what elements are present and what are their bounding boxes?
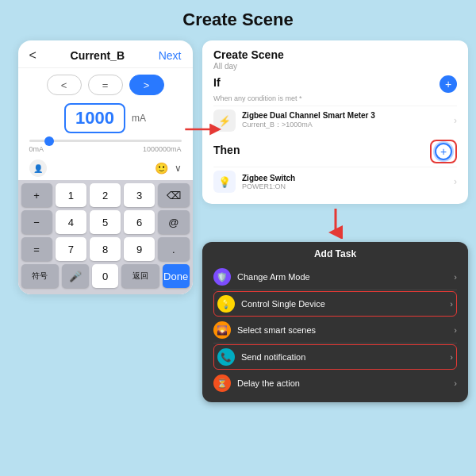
- task-item[interactable]: ⏳Delay the action›: [213, 370, 457, 396]
- kb-5[interactable]: 5: [90, 210, 121, 234]
- icon-group: 🙂 ∨: [155, 162, 182, 175]
- phone-card: < Current_B Next < = > 1000 mA: [18, 40, 193, 294]
- then-plus-highlight: +: [430, 140, 457, 163]
- phone-panel: < Current_B Next < = > 1000 mA: [8, 36, 202, 473]
- if-section: If +: [213, 75, 457, 93]
- task-label: Select smart scenes: [237, 325, 447, 335]
- kb-8[interactable]: 8: [90, 237, 121, 261]
- add-task-title: Add Task: [213, 248, 457, 259]
- if-plus-button[interactable]: +: [440, 75, 457, 93]
- task-icon: 📞: [217, 348, 235, 366]
- if-device-sub: Current_B：>1000mA: [242, 120, 447, 130]
- then-section: Then +: [213, 140, 457, 163]
- kb-6[interactable]: 6: [124, 210, 155, 234]
- value-box: 1000: [64, 103, 125, 133]
- kb-0[interactable]: 0: [92, 264, 119, 288]
- phone-title: Current_B: [71, 49, 125, 62]
- user-icon[interactable]: 👤: [29, 159, 47, 177]
- if-device-name: Zigbee Dual Channel Smart Meter 3: [242, 111, 447, 120]
- task-chevron-icon: ›: [450, 299, 453, 309]
- page-title: Create Scene: [0, 0, 476, 36]
- slider-track: [29, 140, 182, 142]
- scene-card-subtitle: All day: [213, 62, 457, 71]
- kb-row-2: − 4 5 6 @: [21, 210, 190, 234]
- right-panel: Create Scene All day If + When any condi…: [202, 36, 468, 473]
- if-label: If: [213, 76, 221, 89]
- kb-at[interactable]: @: [158, 210, 189, 234]
- arrow-right: [182, 117, 222, 141]
- phone-header: < Current_B Next: [18, 40, 193, 68]
- scene-card-title: Create Scene: [213, 48, 457, 61]
- task-item[interactable]: 🌄Select smart scenes›: [213, 317, 457, 344]
- kb-dot[interactable]: .: [158, 237, 189, 261]
- arrow-down-container: [202, 207, 468, 239]
- task-label: Change Arm Mode: [237, 272, 447, 282]
- kb-mic[interactable]: 🎤: [62, 264, 89, 288]
- then-device-info: Zigbee Switch POWER1:ON: [242, 174, 447, 190]
- scene-card: Create Scene All day If + When any condi…: [202, 40, 468, 204]
- arrow-down: [324, 207, 347, 239]
- then-label: Then: [213, 144, 240, 156]
- then-device-sub: POWER1:ON: [242, 182, 447, 190]
- task-chevron-icon: ›: [454, 325, 457, 335]
- kb-2[interactable]: 2: [90, 183, 121, 207]
- task-item[interactable]: 💡Control Single Device›: [213, 291, 457, 317]
- if-device-row[interactable]: ⚡ Zigbee Dual Channel Smart Meter 3 Curr…: [213, 106, 457, 135]
- chevron-down-icon[interactable]: ∨: [175, 163, 182, 174]
- kb-3[interactable]: 3: [124, 183, 155, 207]
- kb-4[interactable]: 4: [56, 210, 86, 234]
- kb-9[interactable]: 9: [124, 237, 155, 261]
- task-icon: 💡: [217, 295, 235, 313]
- task-chevron-icon: ›: [454, 272, 457, 282]
- kb-row-3: = 7 8 9 .: [21, 237, 190, 261]
- then-device-chevron-icon: ›: [454, 176, 457, 187]
- kb-row-4: 符号 🎤 0 返回 Done: [21, 264, 190, 288]
- op-equal-button[interactable]: =: [88, 75, 123, 95]
- kb-7[interactable]: 7: [56, 237, 86, 261]
- task-item[interactable]: 🛡️Change Arm Mode›: [213, 264, 457, 290]
- next-button[interactable]: Next: [159, 49, 182, 62]
- kb-done[interactable]: Done: [163, 264, 190, 288]
- unit-label: mA: [132, 113, 146, 124]
- if-sub: When any condition is met *: [213, 94, 457, 102]
- op-less-button[interactable]: <: [47, 75, 82, 95]
- kb-plus[interactable]: +: [21, 183, 52, 207]
- kb-delete[interactable]: ⌫: [158, 183, 189, 207]
- kb-minus[interactable]: −: [21, 210, 52, 234]
- range-min: 0mA: [29, 145, 44, 153]
- kb-back[interactable]: 返回: [121, 264, 159, 288]
- task-list: 🛡️Change Arm Mode›💡Control Single Device…: [213, 264, 457, 396]
- emoji-icon[interactable]: 🙂: [155, 162, 168, 175]
- task-label: Control Single Device: [241, 299, 443, 309]
- task-chevron-icon: ›: [454, 378, 457, 388]
- task-label: Send notification: [241, 352, 443, 362]
- task-label: Delay the action: [237, 378, 447, 388]
- if-device-chevron-icon: ›: [454, 115, 457, 126]
- value-display: 1000 mA: [18, 98, 193, 138]
- slider-thumb: [44, 136, 54, 146]
- range-max: 1000000mA: [143, 145, 182, 153]
- if-device-info: Zigbee Dual Channel Smart Meter 3 Curren…: [242, 111, 447, 130]
- then-device-row[interactable]: 💡 Zigbee Switch POWER1:ON ›: [213, 167, 457, 196]
- kb-equal[interactable]: =: [21, 237, 52, 261]
- task-icon: 🛡️: [213, 268, 231, 286]
- op-greater-button[interactable]: >: [129, 75, 164, 95]
- task-chevron-icon: ›: [450, 352, 453, 362]
- then-device-icon: 💡: [213, 171, 236, 193]
- kb-sym[interactable]: 符号: [21, 264, 59, 288]
- task-item[interactable]: 📞Send notification›: [213, 344, 457, 370]
- add-task-card: Add Task 🛡️Change Arm Mode›💡Control Sing…: [202, 242, 468, 402]
- slider-area[interactable]: [18, 138, 193, 144]
- back-button[interactable]: <: [29, 48, 36, 63]
- kb-row-1: + 1 2 3 ⌫: [21, 183, 190, 207]
- then-device-name: Zigbee Switch: [242, 174, 447, 182]
- icon-row: 👤 🙂 ∨: [18, 156, 193, 180]
- task-icon: ⏳: [213, 374, 231, 392]
- task-icon: 🌄: [213, 321, 231, 339]
- kb-1[interactable]: 1: [56, 183, 86, 207]
- keyboard: + 1 2 3 ⌫ − 4 5 6 @ = 7 8 9: [18, 180, 193, 294]
- then-plus-button[interactable]: +: [435, 143, 452, 160]
- range-row: 0mA 1000000mA: [18, 144, 193, 156]
- operator-row: < = >: [18, 68, 193, 98]
